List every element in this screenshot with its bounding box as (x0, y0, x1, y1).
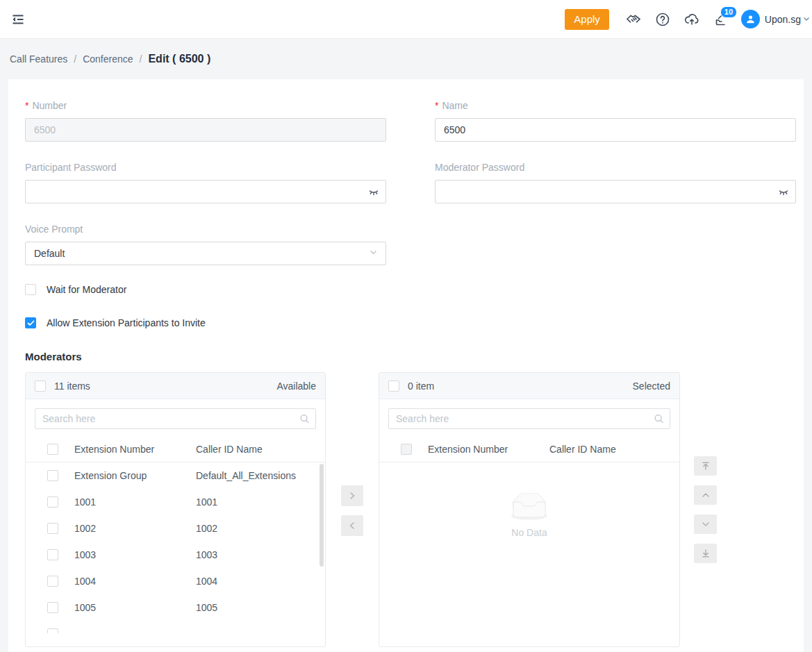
handshake-icon[interactable] (625, 11, 642, 28)
table-row[interactable]: 10021002 (26, 515, 325, 542)
breadcrumb-separator: / (140, 53, 142, 65)
empty-state: No Data (379, 462, 679, 538)
move-to-top-button[interactable] (694, 456, 717, 476)
no-data-text: No Data (511, 527, 547, 538)
available-label: Available (276, 381, 316, 392)
available-panel: 11 items Available Extension Number Call… (25, 372, 326, 647)
participant-password-field: Participant Password (25, 162, 386, 203)
cell-extension-number: 1005 (74, 602, 196, 613)
number-field: * Number (25, 100, 386, 142)
move-left-button[interactable] (341, 515, 363, 536)
available-table-header: Extension Number Caller ID Name (26, 436, 325, 462)
available-select-all-checkbox[interactable] (35, 381, 46, 392)
cloud-upload-icon[interactable] (683, 11, 700, 28)
notification-badge: 10 (720, 6, 737, 18)
search-icon (654, 414, 664, 424)
move-up-button[interactable] (694, 485, 717, 505)
row-checkbox[interactable] (47, 576, 58, 587)
cell-extension-number: 1002 (74, 523, 196, 534)
number-label: * Number (25, 100, 386, 111)
voice-prompt-select[interactable]: Default (25, 242, 386, 265)
row-checkbox[interactable] (47, 496, 58, 508)
move-right-button[interactable] (341, 485, 363, 506)
breadcrumb-conference[interactable]: Conference (83, 53, 133, 65)
breadcrumb-separator: / (74, 53, 76, 65)
row-checkbox[interactable] (47, 602, 58, 613)
name-field: * Name (435, 100, 796, 142)
allow-invite-row[interactable]: Allow Extension Participants to Invite (25, 317, 787, 328)
wait-for-moderator-checkbox[interactable] (25, 284, 36, 295)
page-title: Edit ( 6500 ) (148, 53, 210, 65)
scrollbar-thumb[interactable] (320, 464, 324, 567)
avatar (741, 10, 760, 28)
apply-button[interactable]: Apply (565, 9, 609, 30)
selected-table-header: Extension Number Caller ID Name (379, 436, 679, 462)
moderator-password-input[interactable] (435, 180, 796, 203)
table-row[interactable]: 10011001 (26, 489, 325, 515)
cell-caller-id-name: 1002 (196, 523, 325, 534)
selected-search-input[interactable] (388, 408, 670, 429)
transfer-buttons (326, 372, 379, 536)
row-checkbox[interactable] (47, 523, 58, 534)
order-buttons (694, 372, 717, 563)
cell-caller-id-name: 1003 (196, 549, 325, 560)
move-down-button[interactable] (694, 515, 717, 534)
available-search-input[interactable] (35, 408, 316, 429)
allow-invite-label: Allow Extension Participants to Invite (47, 317, 206, 328)
participant-password-label: Participant Password (25, 162, 386, 173)
selected-count: 0 item (408, 381, 434, 392)
available-panel-header: 11 items Available (26, 373, 325, 399)
column-caller-id-name: Caller ID Name (196, 444, 325, 455)
table-row[interactable]: 10031003 (26, 542, 325, 568)
column-extension-number: Extension Number (74, 444, 196, 455)
cell-extension-number: 1001 (74, 496, 196, 508)
name-input[interactable] (435, 118, 796, 142)
voice-prompt-field: Voice Prompt Default (25, 224, 386, 265)
table-row[interactable]: 10041004 (26, 568, 325, 594)
row-checkbox[interactable] (47, 470, 58, 481)
selected-panel: 0 item Selected Extension Number Caller … (379, 372, 680, 647)
table-row[interactable]: 10051005 (26, 594, 325, 621)
name-label: * Name (435, 100, 796, 111)
allow-invite-checkbox[interactable] (25, 317, 36, 328)
column-extension-number: Extension Number (428, 444, 549, 455)
voice-prompt-label: Voice Prompt (25, 224, 386, 235)
empty-inbox-icon (507, 493, 552, 521)
available-count: 11 items (54, 381, 90, 392)
wait-for-moderator-label: Wait for Moderator (47, 284, 126, 295)
cell-extension-number: 1003 (74, 549, 196, 560)
number-input[interactable] (25, 118, 386, 142)
available-header-checkbox[interactable] (47, 444, 58, 455)
user-menu[interactable]: Upon.sg (741, 10, 811, 28)
table-row[interactable]: Extension GroupDefault_All_Extensions (26, 462, 325, 489)
row-checkbox[interactable] (47, 628, 58, 633)
participant-password-input[interactable] (25, 180, 386, 203)
cell-extension-number: Extension Group (74, 470, 196, 481)
cell-extension-number: 1004 (74, 576, 196, 587)
required-asterisk: * (435, 100, 438, 111)
wait-for-moderator-row[interactable]: Wait for Moderator (25, 284, 787, 295)
search-icon (299, 414, 310, 424)
selected-panel-header: 0 item Selected (379, 373, 679, 399)
table-row-partial[interactable] (26, 621, 325, 633)
username: Upon.sg (765, 14, 801, 25)
moderator-password-field: Moderator Password (435, 162, 796, 203)
row-checkbox[interactable] (47, 549, 58, 560)
move-to-bottom-button[interactable] (694, 544, 717, 563)
available-table-body: Extension GroupDefault_All_Extensions100… (26, 462, 325, 633)
chevron-down-icon (369, 248, 378, 259)
selected-select-all-checkbox[interactable] (388, 381, 399, 392)
moderator-password-label: Moderator Password (435, 162, 796, 173)
eye-closed-icon[interactable] (778, 187, 789, 197)
chevron-down-icon (802, 14, 811, 25)
breadcrumb-call-features[interactable]: Call Features (10, 53, 67, 65)
selected-header-checkbox[interactable] (401, 444, 412, 455)
selected-label: Selected (633, 381, 670, 392)
menu-fold-icon[interactable] (8, 10, 28, 29)
notification-icon[interactable]: 10 (713, 11, 729, 28)
eye-closed-icon[interactable] (368, 187, 379, 197)
help-icon[interactable] (654, 11, 671, 28)
cell-caller-id-name: 1005 (196, 602, 325, 613)
edit-conference-card: * Number * Name Participant Password (8, 79, 804, 652)
topbar: Apply 10 (0, 0, 812, 39)
